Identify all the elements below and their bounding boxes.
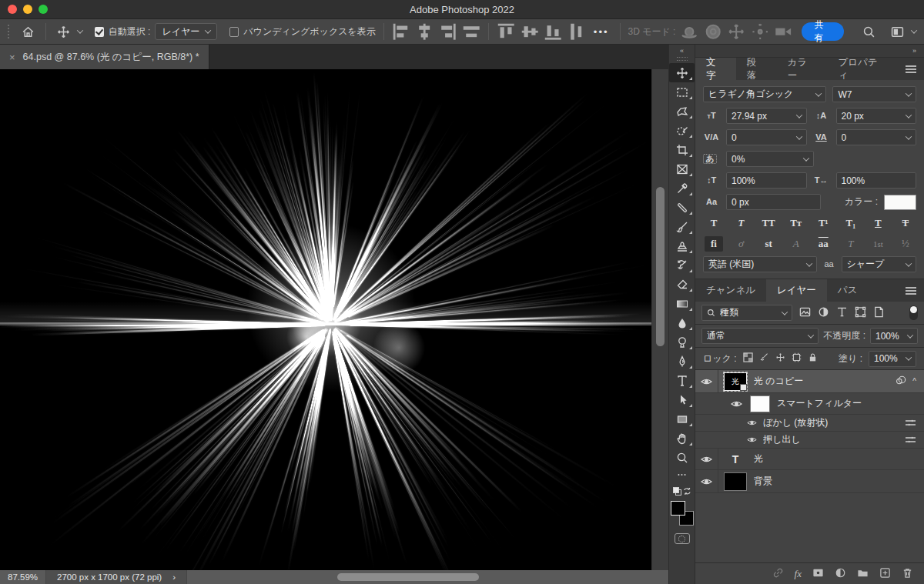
minimize-window-button[interactable] bbox=[23, 5, 32, 14]
strikethrough-button[interactable]: T bbox=[896, 217, 915, 229]
crop-tool[interactable] bbox=[669, 140, 695, 159]
visibility-eye-icon[interactable] bbox=[743, 419, 760, 426]
opacity-dropdown[interactable]: 100% bbox=[870, 328, 918, 344]
vertical-scale-field[interactable]: 100% bbox=[726, 172, 807, 189]
ordinals-button[interactable]: 1st bbox=[869, 239, 887, 249]
layer-style-icon[interactable]: fx bbox=[795, 568, 802, 580]
align-bottom-icon[interactable] bbox=[544, 22, 562, 41]
filter-smart-objects-icon[interactable] bbox=[873, 306, 885, 320]
filter-name[interactable]: 押し出し bbox=[763, 433, 905, 446]
frame-tool[interactable] bbox=[669, 159, 695, 179]
vertical-scrollbar[interactable] bbox=[651, 69, 668, 570]
foreground-color-swatch[interactable] bbox=[671, 501, 685, 516]
swash-button[interactable]: ơ bbox=[732, 238, 751, 250]
tab-character[interactable]: 文字 bbox=[695, 58, 736, 80]
tool-preset-chevron-icon[interactable] bbox=[77, 27, 83, 33]
vertical-scrollbar-thumb[interactable] bbox=[656, 187, 665, 346]
kerning-dropdown[interactable]: 0 bbox=[726, 129, 807, 145]
swap-colors-icon[interactable] bbox=[683, 487, 691, 498]
blur-tool[interactable] bbox=[669, 313, 695, 332]
antialias-dropdown[interactable]: シャープ bbox=[842, 256, 916, 272]
font-family-dropdown[interactable]: ヒラギノ角ゴシック bbox=[703, 86, 826, 102]
titling-alternates-button[interactable]: T bbox=[842, 238, 860, 250]
bounding-box-checkbox[interactable] bbox=[229, 27, 239, 37]
align-middle-vertical-icon[interactable] bbox=[521, 22, 539, 41]
subscript-button[interactable]: T₁ bbox=[842, 217, 860, 229]
eyedropper-tool[interactable] bbox=[669, 179, 695, 198]
horizontal-scrollbar-thumb[interactable] bbox=[337, 573, 479, 581]
toolbar-grip[interactable] bbox=[677, 57, 688, 61]
align-left-icon[interactable] bbox=[392, 22, 410, 41]
document-size-field[interactable]: 2700 px x 1700 px (72 ppi) › bbox=[45, 570, 187, 584]
smart-filter-mask-row[interactable]: スマートフィルター bbox=[695, 393, 924, 415]
tab-color[interactable]: カラー bbox=[777, 58, 828, 80]
visibility-eye-icon[interactable] bbox=[695, 470, 718, 492]
font-size-dropdown[interactable]: 27.94 px bbox=[726, 108, 807, 124]
smart-filter-label[interactable]: スマートフィルター bbox=[777, 397, 924, 410]
home-icon[interactable] bbox=[18, 22, 38, 42]
align-right-icon[interactable] bbox=[438, 22, 457, 41]
align-top-icon[interactable] bbox=[497, 22, 515, 41]
filter-adjustment-layers-icon[interactable] bbox=[818, 306, 829, 320]
link-layers-icon[interactable] bbox=[772, 567, 784, 581]
distribute-horizontal-centers-icon[interactable] bbox=[567, 22, 585, 41]
filter-pixel-layers-icon[interactable] bbox=[799, 306, 811, 320]
filter-mask-thumbnail[interactable] bbox=[750, 395, 770, 412]
small-caps-button[interactable]: Tᴛ bbox=[787, 217, 805, 229]
tsume-dropdown[interactable]: 0% bbox=[726, 151, 814, 167]
filter-toggle-switch[interactable] bbox=[909, 305, 918, 320]
dodge-tool[interactable] bbox=[669, 332, 695, 352]
type-layer-thumbnail[interactable]: T bbox=[724, 453, 747, 466]
more-options-icon[interactable]: ••• bbox=[591, 26, 612, 38]
align-center-horizontal-icon[interactable] bbox=[415, 22, 434, 41]
layer-thumbnail[interactable] bbox=[724, 472, 747, 491]
layer-row-light-text[interactable]: T 光 bbox=[695, 449, 924, 470]
pen-tool[interactable] bbox=[669, 352, 695, 371]
layers-panel-menu-icon[interactable] bbox=[898, 279, 924, 302]
rectangle-tool[interactable] bbox=[669, 409, 695, 429]
layer-name[interactable]: 背景 bbox=[754, 475, 924, 488]
filter-row-extrude[interactable]: 押し出し bbox=[695, 432, 924, 449]
history-brush-tool[interactable] bbox=[669, 255, 695, 275]
gradient-tool[interactable] bbox=[669, 294, 695, 313]
zoom-window-button[interactable] bbox=[38, 5, 48, 14]
object-selection-tool[interactable] bbox=[669, 121, 695, 140]
layer-name[interactable]: 光 bbox=[754, 452, 924, 466]
layer-filter-dropdown[interactable]: 種類 bbox=[701, 305, 792, 321]
document-tab[interactable]: × 64.psd @ 87.6% (光 のコピー, RGB/8*) * bbox=[0, 45, 209, 69]
document-canvas[interactable] bbox=[0, 69, 651, 570]
3d-pan-icon[interactable] bbox=[727, 22, 745, 41]
3d-slide-icon[interactable] bbox=[751, 22, 769, 41]
visibility-eye-icon[interactable] bbox=[695, 449, 718, 469]
tab-properties[interactable]: プロパティ bbox=[827, 58, 898, 80]
smart-filter-badge-icon[interactable] bbox=[896, 375, 906, 387]
alternate-annotation-button[interactable]: aa bbox=[814, 238, 832, 250]
add-mask-icon[interactable] bbox=[812, 567, 824, 581]
collapse-effects-chevron[interactable]: ^ bbox=[912, 377, 916, 385]
fill-dropdown[interactable]: 100% bbox=[869, 351, 916, 367]
leading-dropdown[interactable]: 20 px bbox=[836, 108, 917, 124]
visibility-eye-icon[interactable] bbox=[743, 436, 760, 443]
auto-select-checkbox[interactable] bbox=[95, 27, 104, 37]
lock-all-icon[interactable] bbox=[808, 352, 818, 365]
tab-paragraph[interactable]: 段落 bbox=[736, 58, 777, 80]
faux-italic-button[interactable]: T bbox=[732, 217, 751, 229]
ligatures-button[interactable]: fi bbox=[705, 236, 723, 252]
layer-thumbnail[interactable]: 光 bbox=[724, 372, 747, 391]
visibility-eye-icon[interactable] bbox=[695, 370, 718, 392]
blend-mode-dropdown[interactable]: 通常 bbox=[701, 328, 819, 344]
tab-channels[interactable]: チャンネル bbox=[695, 279, 766, 302]
marquee-tool[interactable] bbox=[669, 82, 695, 102]
fractions-button[interactable]: ½ bbox=[896, 238, 915, 250]
layer-row-background[interactable]: 背景 bbox=[695, 470, 924, 493]
path-selection-tool[interactable] bbox=[669, 390, 695, 409]
layer-name[interactable]: 光 のコピー bbox=[754, 375, 896, 388]
auto-select-dropdown[interactable]: レイヤー bbox=[155, 23, 217, 40]
share-button[interactable]: 共有 bbox=[802, 22, 844, 41]
status-chevron-icon[interactable]: › bbox=[172, 572, 176, 582]
zoom-tool[interactable] bbox=[669, 448, 695, 467]
quick-mask-button[interactable] bbox=[675, 533, 690, 544]
workspace-chevron-icon[interactable] bbox=[911, 27, 917, 33]
spot-healing-brush-tool[interactable] bbox=[669, 198, 695, 217]
close-tab-icon[interactable]: × bbox=[9, 52, 15, 63]
